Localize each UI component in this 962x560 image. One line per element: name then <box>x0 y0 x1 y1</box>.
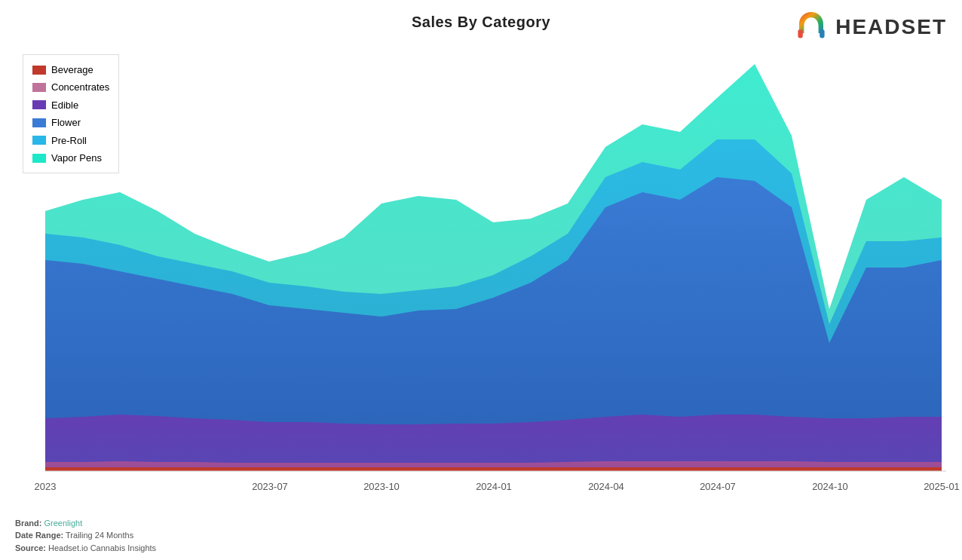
svg-rect-1 <box>820 29 824 38</box>
x-label-2023-10: 2023-10 <box>363 481 400 492</box>
x-label-2024-04: 2024-04 <box>588 481 624 492</box>
footer-brand-label: Brand: <box>15 519 41 528</box>
footer-source-value: Headset.io Cannabis Insights <box>48 543 156 552</box>
area-beverage <box>45 467 942 471</box>
headset-logo: HEADSET <box>793 9 947 45</box>
headset-logo-text: HEADSET <box>835 15 947 39</box>
chart-footer: Brand: Greenlight Date Range: Trailing 2… <box>15 517 156 555</box>
chart-container: Sales By Category HEADSET Beverage <box>0 0 962 560</box>
x-label-2025-01: 2025-01 <box>924 481 960 492</box>
x-label-2023-07: 2023-07 <box>252 481 288 492</box>
x-label-2024-10: 2024-10 <box>812 481 848 492</box>
footer-source: Source: Headset.io Cannabis Insights <box>15 542 156 555</box>
x-label-2023: 2023 <box>35 481 57 492</box>
area-chart: 2023 2023-07 2023-10 2024-01 2024-04 202… <box>0 45 962 520</box>
footer-brand: Brand: Greenlight <box>15 517 156 530</box>
footer-source-label: Source: <box>15 543 46 552</box>
footer-date-range-value: Trailing 24 Months <box>66 531 133 540</box>
x-label-2024-07: 2024-07 <box>700 481 736 492</box>
x-label-2024-01: 2024-01 <box>476 481 512 492</box>
footer-date-range-label: Date Range: <box>15 531 63 540</box>
footer-brand-value: Greenlight <box>44 519 83 528</box>
svg-rect-0 <box>798 29 803 38</box>
chart-plot-area <box>45 64 942 471</box>
footer-date-range: Date Range: Trailing 24 Months <box>15 529 156 542</box>
headset-logo-icon <box>793 9 829 45</box>
